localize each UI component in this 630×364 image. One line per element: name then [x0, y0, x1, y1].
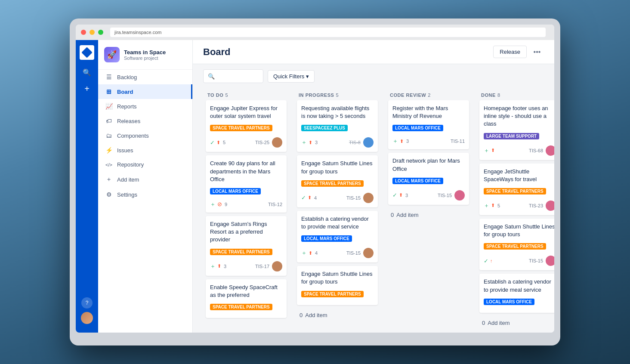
- nav-reports[interactable]: 📈 Reports: [98, 99, 192, 114]
- card-todo-2[interactable]: Create 90 day plans for all departments …: [206, 155, 287, 213]
- browser-bar: jira.teamsinspace.com: [76, 25, 554, 40]
- card-done-2[interactable]: Engage JetShuttle SpaceWays for travel S…: [479, 163, 554, 215]
- card-meta: TIS-15: [346, 193, 374, 203]
- nav-backlog[interactable]: ☰ Backlog: [98, 70, 192, 84]
- more-options-button[interactable]: •••: [530, 45, 544, 59]
- card-title: Engage Saturn Shuttle Lines for group to…: [484, 223, 554, 238]
- card-title: Draft network plan for Mars Office: [392, 157, 465, 173]
- card-ip-1[interactable]: Requesting available flights is now taki…: [297, 100, 378, 152]
- user-avatar-global[interactable]: [81, 312, 93, 324]
- card-label: SPACE TRAVEL PARTNERS: [210, 304, 272, 310]
- column-header-inprogress: IN PROGRESS 5: [294, 88, 380, 100]
- card-done-1[interactable]: Homepage footer uses an inline style - s…: [479, 100, 554, 160]
- card-title: Engage Jupiter Express for outer solar s…: [210, 105, 282, 120]
- card-icons: ＋ ⬆ 3: [210, 262, 226, 270]
- card-icons: ＋ ⬆ 3: [301, 139, 318, 146]
- add-item-codereview[interactable]: 0 Add item: [388, 208, 469, 222]
- card-done-3[interactable]: Engage Saturn Shuttle Lines for group to…: [479, 219, 554, 270]
- app-logo[interactable]: [80, 45, 94, 60]
- card-title: Engage JetShuttle SpaceWays for travel: [484, 168, 554, 183]
- nav-issues-label: Issues: [117, 147, 133, 154]
- traffic-light-yellow[interactable]: [90, 30, 95, 35]
- card-footer: ✓ ⬆ 4 TIS-15: [301, 193, 374, 203]
- nav-board-label: Board: [117, 89, 133, 95]
- card-label: SPACE TRAVEL PARTNERS: [210, 125, 272, 131]
- card-cr-1[interactable]: Register with the Mars Ministry of Reven…: [388, 100, 469, 149]
- search-icon-toolbar: 🔍: [208, 73, 215, 80]
- laptop-frame: jira.teamsinspace.com 🔍 + ?: [70, 19, 560, 345]
- card-todo-4[interactable]: Enable Speedy SpaceCraft as the preferre…: [206, 279, 287, 318]
- card-count: 3: [406, 139, 409, 144]
- add-item-todo[interactable]: 0 Add item: [206, 321, 287, 326]
- help-icon[interactable]: ?: [81, 297, 93, 308]
- card-avatar: [363, 137, 374, 148]
- card-label: SPACE TRAVEL PARTNERS: [301, 180, 364, 187]
- cards-inprogress: Requesting available flights is now taki…: [294, 100, 380, 326]
- card-meta: TIS-25: [255, 137, 282, 148]
- card-avatar: [272, 261, 282, 271]
- add-icon: 0: [482, 320, 485, 326]
- column-count-done: 8: [497, 93, 500, 98]
- traffic-light-green[interactable]: [98, 30, 103, 35]
- add-icon: ＋: [210, 262, 216, 270]
- ticket-id: TIS-15: [529, 258, 543, 263]
- card-title: Requesting available flights is now taki…: [301, 105, 374, 120]
- column-count-inprogress: 5: [336, 93, 339, 98]
- quick-filters-button[interactable]: Quick Filters ▾: [268, 70, 315, 83]
- url-text: jira.teamsinspace.com: [114, 30, 161, 35]
- card-label: LOCAL MARS OFFICE: [301, 235, 352, 242]
- ticket-id: TIS-23: [529, 203, 543, 208]
- nav-settings[interactable]: ⚙ Settings: [98, 187, 192, 202]
- card-meta: TIS-11: [451, 139, 465, 144]
- priority-icon: ⬆: [491, 148, 495, 153]
- card-icons: ＋ ⬆: [484, 147, 495, 154]
- nav-releases[interactable]: 🏷 Releases: [98, 114, 192, 128]
- card-label: LOCAL MARS OFFICE: [210, 188, 261, 194]
- add-icon: ＋: [392, 137, 398, 145]
- nav-components-label: Components: [117, 133, 149, 139]
- card-ip-3[interactable]: Establish a catering vendor to provide m…: [297, 211, 378, 262]
- cards-todo: Engage Jupiter Express for outer solar s…: [203, 100, 289, 326]
- diamond-icon: [81, 47, 92, 58]
- add-item-icon: ＋: [105, 176, 113, 183]
- url-bar[interactable]: jira.teamsinspace.com: [110, 28, 546, 37]
- card-title: Engage Saturn Shuttle Lines for group to…: [301, 160, 374, 175]
- traffic-light-red[interactable]: [81, 30, 86, 35]
- card-icons: ✓ ⬆ 3: [392, 192, 408, 198]
- add-icon: 0: [300, 312, 303, 318]
- nav-issues[interactable]: ⚡ Issues: [98, 143, 192, 157]
- column-count-todo: 5: [225, 93, 228, 98]
- card-label: SPACE TRAVEL PARTNERS: [484, 188, 546, 194]
- ticket-id: TIS-8: [349, 140, 361, 145]
- project-header: 🚀 Teams in Space Software project: [98, 40, 192, 70]
- priority-icon: ⬆: [400, 139, 404, 144]
- card-ip-2[interactable]: Engage Saturn Shuttle Lines for group to…: [297, 155, 378, 207]
- add-item-done[interactable]: 0 Add item: [479, 316, 554, 326]
- ticket-id: TIS-11: [451, 139, 465, 144]
- card-avatar: [546, 201, 554, 211]
- release-button[interactable]: Release: [493, 46, 527, 58]
- screen: jira.teamsinspace.com 🔍 + ?: [76, 25, 554, 333]
- search-icon[interactable]: 🔍: [80, 65, 94, 80]
- card-label: LOCAL MARS OFFICE: [392, 125, 443, 131]
- cards-codereview: Register with the Mars Ministry of Reven…: [386, 100, 472, 326]
- nav-repository[interactable]: </> Repository: [98, 157, 192, 172]
- card-todo-3[interactable]: Engage Saturn's Rings Resort as a prefer…: [206, 216, 287, 276]
- column-inprogress: IN PROGRESS 5 Requesting available fligh…: [294, 88, 380, 326]
- card-todo-1[interactable]: Engage Jupiter Express for outer solar s…: [206, 100, 287, 152]
- check-icon: ✓: [484, 258, 488, 264]
- card-label: LOCAL MARS OFFICE: [484, 299, 534, 305]
- card-cr-2[interactable]: Draft network plan for Mars Office LOCAL…: [388, 153, 469, 204]
- nav-board[interactable]: ⊞ Board: [98, 84, 192, 99]
- card-footer: ＋ ⬆ 3 TIS-17: [210, 261, 282, 271]
- search-box[interactable]: 🔍: [203, 69, 263, 83]
- card-done-4[interactable]: Establish a catering vendor to provide m…: [479, 274, 554, 312]
- priority-icon: ⬆: [309, 140, 312, 145]
- card-ip-4[interactable]: Engage Saturn Shuttle Lines for group to…: [297, 266, 378, 305]
- nav-components[interactable]: 🗂 Components: [98, 128, 192, 143]
- column-todo: TO DO 5 Engage Jupiter Express for outer…: [203, 88, 289, 326]
- card-count: 4: [314, 195, 317, 201]
- add-item-inprogress[interactable]: 0 Add item: [297, 308, 378, 322]
- nav-add-item[interactable]: ＋ Add item: [98, 172, 192, 187]
- create-icon[interactable]: +: [80, 81, 94, 96]
